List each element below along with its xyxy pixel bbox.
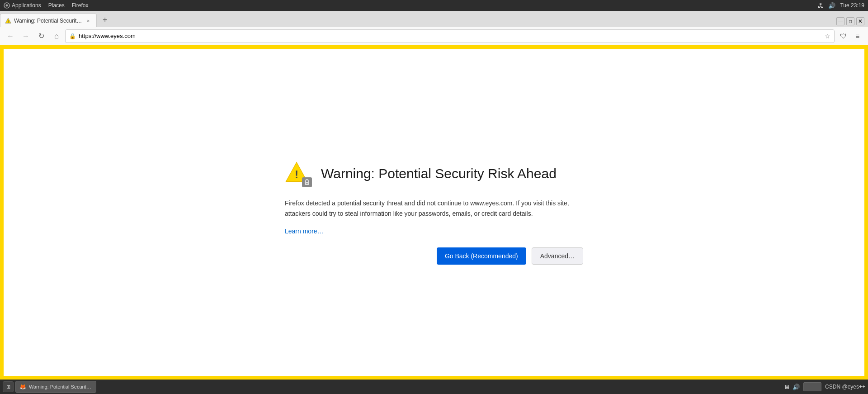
window-minimize-button[interactable]: —: [836, 17, 844, 25]
show-desktop-button[interactable]: ⊞: [3, 381, 14, 392]
system-bar: Applications Places Firefox 🖧 🔊 Tue 23:1…: [0, 0, 868, 11]
system-apps-icon[interactable]: Applications: [4, 2, 41, 9]
taskbar-left: ⊞ 🦊 Warning: Potential Security Risk Ahe…: [3, 381, 96, 393]
error-buttons: Go Back (Recommended) Advanced…: [285, 247, 583, 265]
window-close-button[interactable]: ✕: [856, 17, 864, 25]
advanced-button[interactable]: Advanced…: [532, 247, 583, 265]
window-maximize-button[interactable]: □: [846, 17, 854, 25]
browser-page: ! Warning: Potential Security Risk Ahead…: [4, 49, 864, 376]
network-tray-icon[interactable]: 🖧: [818, 2, 824, 9]
tab-bar: ! Warning: Potential Securit… × + — □ ✕: [0, 11, 868, 27]
tab-favicon: !: [5, 18, 11, 24]
system-places-label[interactable]: Places: [48, 2, 65, 9]
shield-button[interactable]: 🛡: [836, 29, 850, 43]
error-content: ! Warning: Potential Security Risk Ahead…: [276, 151, 592, 274]
error-header: ! Warning: Potential Security Risk Ahead: [285, 160, 583, 187]
menu-button[interactable]: ≡: [851, 29, 864, 43]
new-tab-button[interactable]: +: [99, 14, 111, 26]
nav-right-controls: 🛡 ≡: [836, 29, 864, 43]
browser-chrome: ! Warning: Potential Securit… × + — □ ✕ …: [0, 11, 868, 45]
forward-button[interactable]: →: [19, 29, 33, 43]
taskbar-firefox-item[interactable]: 🦊 Warning: Potential Security Risk Ahe…: [15, 381, 96, 393]
volume-icon[interactable]: 🔊: [793, 384, 800, 390]
taskbar-right: 🖥 🔊 CSDN @eyes++: [784, 382, 865, 391]
system-tray: 🖥 🔊: [784, 384, 800, 390]
tab-title: Warning: Potential Securit…: [14, 18, 82, 24]
address-lock-icon: 🔒: [69, 33, 76, 39]
error-description: Firefox detected a potential security th…: [285, 198, 583, 218]
tab-close-button[interactable]: ×: [85, 17, 92, 24]
lock-badge-icon: [302, 177, 312, 187]
back-button[interactable]: ←: [4, 29, 17, 43]
taskbar-firefox-label: Warning: Potential Security Risk Ahe…: [29, 384, 92, 389]
bookmark-star-icon[interactable]: ☆: [825, 33, 830, 40]
volume-tray-icon[interactable]: 🔊: [828, 2, 835, 9]
system-apps-label: Applications: [12, 2, 41, 9]
learn-more-link[interactable]: Learn more…: [285, 228, 583, 235]
svg-text:!: !: [295, 168, 298, 180]
go-back-button[interactable]: Go Back (Recommended): [437, 247, 526, 265]
error-title: Warning: Potential Security Risk Ahead: [321, 166, 557, 181]
warning-icon-wrap: !: [285, 160, 312, 187]
system-bar-left: Applications Places Firefox: [4, 2, 88, 9]
taskbar: ⊞ 🦊 Warning: Potential Security Risk Ahe…: [0, 380, 868, 394]
system-firefox-label[interactable]: Firefox: [72, 2, 89, 9]
address-input[interactable]: [79, 33, 822, 39]
address-bar[interactable]: 🔒 ☆: [65, 29, 835, 43]
notification-area[interactable]: [803, 382, 821, 391]
clock: Tue 23:19: [840, 2, 864, 9]
system-bar-right: 🖧 🔊 Tue 23:19: [818, 2, 864, 9]
home-button[interactable]: ⌂: [50, 29, 63, 43]
svg-point-1: [6, 5, 8, 7]
svg-text:!: !: [8, 19, 9, 23]
reload-button[interactable]: ↻: [34, 29, 48, 43]
nav-bar: ← → ↻ ⌂ 🔒 ☆ 🛡 ≡: [0, 27, 868, 45]
taskbar-firefox-icon: 🦊: [19, 384, 26, 390]
taskbar-user-label: CSDN @eyes++: [825, 384, 865, 390]
content-area: ! Warning: Potential Security Risk Ahead…: [0, 45, 868, 380]
svg-point-7: [307, 183, 308, 184]
network-icon[interactable]: 🖥: [784, 384, 790, 390]
active-tab[interactable]: ! Warning: Potential Securit… ×: [0, 14, 97, 27]
